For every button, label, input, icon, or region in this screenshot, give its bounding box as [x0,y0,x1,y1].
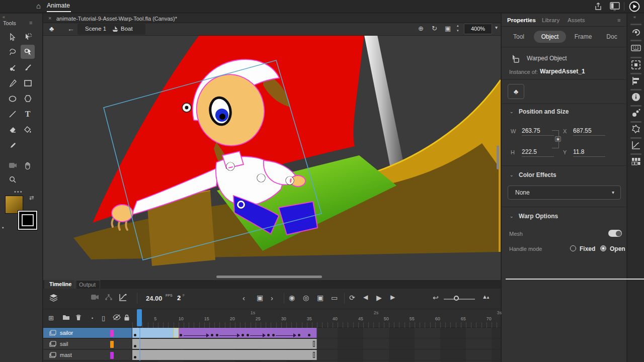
oval-tool[interactable] [6,92,20,106]
onion-skin-outline-button[interactable]: ◎ [303,294,309,302]
expand-panel-icon[interactable]: » [613,8,616,13]
step-forward-button[interactable]: ▶ [390,294,395,301]
subtab-doc[interactable]: Doc [600,31,623,43]
layer-name[interactable]: sail [60,341,68,347]
more-tools-button[interactable]: ••• [14,189,23,195]
app-tab-animate[interactable]: Animate [47,2,70,9]
canvas-vertical-scrollbar[interactable] [497,145,499,169]
layer-row-mast[interactable]: mast [43,350,501,360]
height-field[interactable]: 222.5 [522,148,554,157]
home-icon[interactable]: ⌂ [36,2,41,10]
reset-zoom-icon[interactable]: ↩ [433,294,439,302]
layer-head[interactable]: mast [43,350,132,360]
subtab-tool[interactable]: Tool [506,31,532,43]
pen-tool[interactable] [6,76,20,90]
color-effects-title[interactable]: Color Effects [519,171,556,178]
mesh-grid-icon[interactable] [631,60,641,70]
tab-timeline[interactable]: Timeline [44,280,76,289]
breadcrumb-symbol[interactable]: Boat [121,26,133,32]
layer-name[interactable]: mast [60,352,72,358]
layer-row-sail[interactable]: sail [43,339,501,349]
insert-keyframe-button[interactable]: ▣ [257,294,263,302]
zoom-stepper[interactable]: ▴▾ [457,23,459,33]
eraser-tool[interactable] [6,123,20,137]
collapse-position-size-icon[interactable]: ⌄ [510,109,514,114]
layer-head[interactable]: sail [43,339,132,349]
keyframe-dot[interactable] [298,334,300,336]
layer-frames[interactable] [132,339,501,349]
bubbles-icon[interactable] [631,108,641,118]
zoom-tool[interactable] [6,172,20,187]
properties-menu-icon[interactable]: ≡ [617,17,620,23]
asset-warp-tool[interactable] [21,45,35,59]
keyframe-dot[interactable] [242,334,244,336]
align-icon[interactable] [631,76,641,86]
info-icon[interactable] [631,92,641,102]
handle-mode-open-label[interactable]: Open [610,245,625,252]
brush-swirl-icon[interactable] [631,27,641,37]
paint-bucket-tool[interactable] [21,123,35,137]
layers-stack-icon[interactable] [49,294,58,303]
layer-frames[interactable] [132,328,501,338]
collapse-tools-icon[interactable]: « [3,15,5,20]
layer-color-chip[interactable] [110,341,114,348]
edit-multiple-frames-button[interactable]: ▣ [317,294,324,302]
swap-warped-asset-button[interactable]: ♣ [508,84,524,99]
handle-mode-fixed-label[interactable]: Fixed [580,245,595,252]
center-stage-button[interactable]: ⊕ [418,25,424,32]
timeline-fit-icon[interactable]: ▲▲ [482,294,489,300]
frame-rate-value[interactable]: 24.00 [146,295,163,302]
breadcrumb-scene[interactable]: Scene 1 [85,26,106,32]
close-window-button[interactable] [6,4,12,10]
x-field[interactable]: 687.55 [573,127,605,136]
zoom-window-button[interactable] [26,4,32,10]
tab-output[interactable]: Output [74,280,100,289]
next-keyframe-button[interactable]: › [271,294,273,302]
close-document-icon[interactable]: × [48,15,51,21]
back-button[interactable]: ← [67,25,74,33]
eyedropper-tool[interactable] [6,138,20,152]
timeline-zoom-knob[interactable] [454,296,459,301]
swap-colors-icon[interactable]: ⇄ [29,195,34,201]
rectangle-tool[interactable] [21,76,35,90]
handle-mode-open-radio[interactable] [600,245,606,251]
layer-frames[interactable] [132,350,501,360]
layer-name[interactable]: sailor [60,330,73,336]
subtab-object[interactable]: Object [534,31,566,43]
collapse-warp-options-icon[interactable]: ⌄ [510,214,514,219]
minimize-window-button[interactable] [16,4,22,10]
timeline-zoom-slider[interactable] [444,299,475,300]
zoom-dropdown-chevron-icon[interactable]: ▾ [495,25,498,30]
camera-tool[interactable] [6,158,20,172]
frame-grid-icon[interactable] [631,156,641,166]
keyframe-dot[interactable] [134,334,136,336]
camera-icon[interactable] [91,294,99,302]
default-colors-icon[interactable]: ▪ [2,225,4,230]
loop-button[interactable]: ⟳ [349,294,355,302]
text-tool[interactable]: T [21,107,35,121]
timeline-ruler[interactable]: 5101520253035404550556065701s2s3s [43,309,501,328]
selection-tool[interactable] [6,30,20,44]
keyframe-dot[interactable] [134,345,136,347]
mesh-toggle[interactable] [608,230,622,237]
fluid-brush-tool[interactable] [6,61,20,75]
color-effect-dropdown[interactable]: None ▾ [508,186,621,200]
keyframe-dot[interactable] [216,334,218,336]
share-icon[interactable] [594,2,604,11]
width-field[interactable]: 263.75 [522,127,554,136]
keyframe-dot[interactable] [247,334,249,336]
zoom-level-input[interactable]: 400% [464,24,492,34]
keyframe-dot[interactable] [211,334,213,336]
play-button[interactable]: ▶ [376,294,382,302]
keyframe-dot[interactable] [267,334,270,336]
frame-span[interactable] [132,350,317,360]
link-dimensions-icon[interactable]: ▣ [555,136,561,142]
instance-name-value[interactable]: WarpedAsset_1 [540,68,585,75]
prev-keyframe-button[interactable]: ‹ [243,294,245,302]
polystar-tool[interactable] [21,92,35,106]
layer-color-chip[interactable] [110,330,114,337]
lasso-tool[interactable] [6,45,20,59]
fragment-icon[interactable] [631,124,641,134]
stroke-color-swatch[interactable] [18,211,37,230]
layer-row-sailor[interactable]: sailor [43,328,501,338]
